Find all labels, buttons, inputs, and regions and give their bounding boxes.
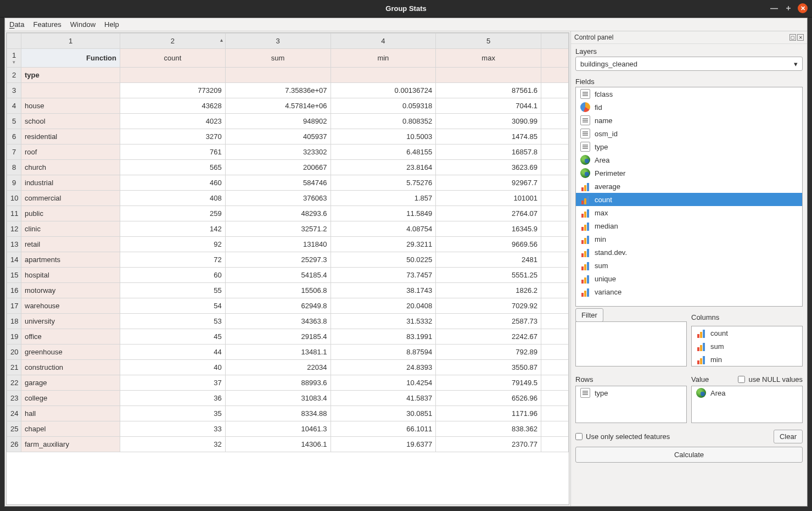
table-row[interactable]: 5 school 4023 948902 0.808352 3090.99 [7,114,569,129]
row-header[interactable]: 2 [7,68,21,83]
close-button[interactable]: ✕ [798,3,808,13]
table-row[interactable]: 20 greenhouse 44 13481.1 8.87594 792.89 [7,345,569,360]
fields-list[interactable]: fclassfidnameosm_idtypeAreaPerimeteraver… [575,87,803,307]
row-header[interactable]: 20 [7,345,21,360]
table-row[interactable]: 14 apartments 72 25297.3 50.0225 2481 [7,252,569,268]
use-selected-checkbox[interactable]: Use only selected features [575,432,670,441]
row-header[interactable]: 12 [7,221,21,237]
table-row[interactable]: 22 garage 37 88993.6 10.4254 79149.5 [7,375,569,391]
field-item-min[interactable]: min [576,232,802,246]
table-row[interactable]: 17 warehouse 54 62949.8 20.0408 7029.92 [7,298,569,314]
field-item-fclass[interactable]: fclass [576,87,802,101]
field-item-Area[interactable]: Area [576,153,802,166]
col-header-5[interactable]: 5 [436,34,541,49]
field-item-name[interactable]: name [576,114,802,127]
field-item-median[interactable]: median [576,219,802,232]
row-header[interactable]: 8 [7,160,21,175]
field-item-max[interactable]: max [576,206,802,219]
table-row[interactable]: 12 clinic 142 32571.2 4.08754 16345.9 [7,221,569,237]
column-item[interactable]: sum [692,340,802,353]
rows-box[interactable]: type [575,386,687,423]
panel-close-button[interactable]: ✕ [797,34,804,41]
row-header[interactable]: 16 [7,283,21,298]
field-item-count[interactable]: count [576,193,802,206]
field-item-osm_id[interactable]: osm_id [576,127,802,140]
table-row[interactable]: 15 hospital 60 54185.4 73.7457 5551.25 [7,268,569,283]
table-row[interactable]: 8 church 565 200667 23.8164 3623.69 [7,160,569,175]
table-row[interactable]: 3 773209 7.35836e+07 0.00136724 87561.6 [7,83,569,98]
table-row[interactable]: 6 residential 3270 405937 10.5003 1474.8… [7,129,569,145]
col-header-3[interactable]: 3 [225,34,331,49]
value-item[interactable]: Area [692,386,802,399]
table-row[interactable]: 24 hall 35 8334.88 30.0851 1171.96 [7,406,569,421]
table-row[interactable]: 26 farm_auxiliary 32 14306.1 19.6377 237… [7,437,569,452]
layers-combo[interactable]: buildings_cleaned ▾ [575,57,803,71]
col-header-4[interactable]: 4 [331,34,436,49]
row-header[interactable]: 19 [7,329,21,345]
table-row[interactable]: 21 construction 40 22034 24.8393 3550.87 [7,360,569,375]
table-row[interactable]: 13 retail 92 131840 29.3211 9669.56 [7,237,569,252]
table-row[interactable]: 11 public 259 48293.6 11.5849 2764.07 [7,206,569,221]
table-row[interactable]: 9 industrial 460 584746 5.75276 92967.7 [7,175,569,191]
menu-features[interactable]: Features [33,20,61,29]
row-header[interactable]: 22 [7,375,21,391]
row-header[interactable]: 1▾ [7,49,21,68]
column-item[interactable]: min [692,353,802,366]
row-header[interactable]: 25 [7,421,21,437]
row-header[interactable]: 6 [7,129,21,145]
filter-box[interactable] [575,321,687,366]
row-header[interactable]: 26 [7,437,21,452]
null-checkbox-input[interactable] [738,376,745,383]
row-header[interactable]: 13 [7,237,21,252]
minimize-button[interactable]: — [769,3,779,13]
columns-box[interactable]: countsummin [691,326,803,366]
results-scroll[interactable]: 1 2▴ 3 4 5 1▾ Function count sum min max… [6,32,569,505]
col-header-1[interactable]: 1 [21,34,120,49]
field-item-variance[interactable]: variance [576,285,802,298]
calculate-button[interactable]: Calculate [575,447,803,463]
row-header[interactable]: 11 [7,206,21,221]
menu-data[interactable]: Data [9,20,24,29]
menu-window[interactable]: Window [70,20,96,29]
null-checkbox[interactable]: use NULL values [738,375,803,384]
row-header[interactable]: 14 [7,252,21,268]
menu-help[interactable]: Help [104,20,119,29]
row-header[interactable]: 5 [7,114,21,129]
row-header[interactable]: 9 [7,175,21,191]
field-item-fid[interactable]: fid [576,101,802,114]
table-row[interactable]: 16 motorway 55 15506.8 38.1743 1826.2 [7,283,569,298]
row-header[interactable]: 15 [7,268,21,283]
value-box[interactable]: Area [691,386,803,423]
row-header[interactable]: 10 [7,191,21,206]
row-header[interactable]: 3 [7,83,21,98]
row-header[interactable]: 4 [7,98,21,114]
table-row[interactable]: 19 office 45 29185.4 83.1991 2242.67 [7,329,569,345]
table-row[interactable]: 25 chapel 33 10461.3 66.1011 838.362 [7,421,569,437]
use-selected-input[interactable] [575,433,583,440]
col-header-empty[interactable] [541,34,569,49]
field-item-type[interactable]: type [576,140,802,153]
table-row[interactable]: 10 commercial 408 376063 1.857 101001 [7,191,569,206]
field-item-stand-dev-[interactable]: stand.dev. [576,246,802,259]
clear-button[interactable]: Clear [774,430,803,443]
field-item-sum[interactable]: sum [576,259,802,272]
field-item-Perimeter[interactable]: Perimeter [576,166,802,180]
table-row[interactable]: 7 roof 761 323302 6.48155 16857.8 [7,145,569,160]
row-item[interactable]: type [576,386,686,399]
table-row[interactable]: 4 house 43628 4.57814e+06 0.059318 7044.… [7,98,569,114]
row-header[interactable]: 21 [7,360,21,375]
table-row[interactable]: 18 university 53 34363.8 31.5332 2587.73 [7,314,569,329]
row-header[interactable]: 17 [7,298,21,314]
col-header-2[interactable]: 2▴ [120,34,226,49]
field-item-average[interactable]: average [576,180,802,193]
corner-cell[interactable] [7,34,21,49]
maximize-button[interactable]: ＋ [783,3,793,13]
column-item[interactable]: count [692,326,802,340]
filter-button[interactable]: Filter [575,308,603,322]
row-header[interactable]: 23 [7,391,21,406]
row-header[interactable]: 24 [7,406,21,421]
panel-undock-button[interactable]: ▢ [789,34,796,41]
row-header[interactable]: 7 [7,145,21,160]
row-header[interactable]: 18 [7,314,21,329]
table-row[interactable]: 23 college 36 31083.4 41.5837 6526.96 [7,391,569,406]
